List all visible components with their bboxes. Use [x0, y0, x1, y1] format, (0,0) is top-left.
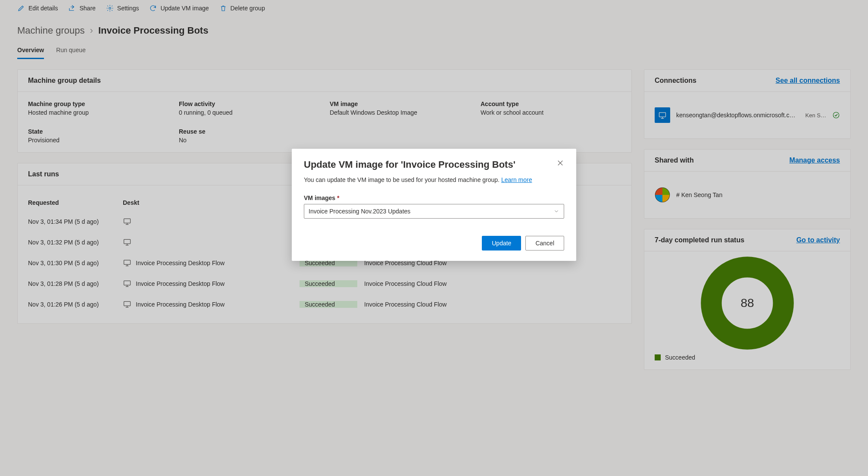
required-asterisk: * [337, 194, 339, 201]
dialog-title: Update VM image for 'Invoice Processing … [304, 159, 515, 170]
cancel-button[interactable]: Cancel [525, 236, 564, 251]
dialog-desc-text: You can update the VM image to be used f… [304, 176, 501, 183]
close-icon[interactable] [556, 159, 564, 167]
update-vm-image-dialog: Update VM image for 'Invoice Processing … [292, 149, 576, 261]
vm-images-label: VM images * [304, 194, 564, 201]
vm-images-selected: Invoice Processing Nov.2023 Updates [309, 208, 410, 215]
learn-more-link[interactable]: Learn more [501, 176, 532, 183]
vm-images-dropdown[interactable]: Invoice Processing Nov.2023 Updates [304, 204, 564, 219]
modal-overlay: Update VM image for 'Invoice Processing … [0, 0, 868, 476]
update-button[interactable]: Update [482, 236, 521, 251]
vm-images-label-text: VM images [304, 194, 337, 201]
chevron-down-icon [553, 208, 559, 214]
dialog-description: You can update the VM image to be used f… [304, 176, 564, 183]
